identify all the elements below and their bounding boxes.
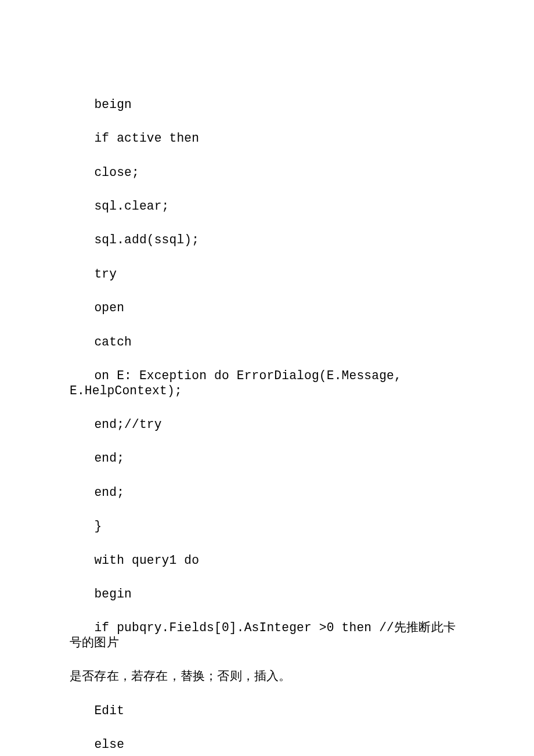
code-line: on E: Exception do ErrorDialog(E.Message… (70, 369, 464, 399)
code-line: open (70, 301, 464, 316)
code-line: begin (70, 587, 464, 602)
document-page: beign if active then close; sql.clear; s… (0, 0, 534, 756)
code-line: } (70, 519, 464, 534)
code-line: 是否存在，若存在，替换；否则，插入。 (70, 669, 464, 685)
code-line: close; (70, 165, 464, 181)
code-line: if active then (70, 131, 464, 146)
code-line: try (70, 267, 464, 282)
code-line: sql.add(ssql); (70, 233, 464, 248)
code-line: end;//try (70, 417, 464, 433)
code-line: catch (70, 335, 464, 350)
code-line: end; (70, 485, 464, 501)
code-line: if pubqry.Fields[0].AsInteger >0 then //… (70, 621, 464, 651)
code-line: beign (70, 98, 464, 113)
code-line: else (70, 737, 464, 753)
code-line: with query1 do (70, 553, 464, 568)
code-line: end; (70, 451, 464, 466)
code-line: Edit (70, 704, 464, 719)
code-line: sql.clear; (70, 199, 464, 214)
